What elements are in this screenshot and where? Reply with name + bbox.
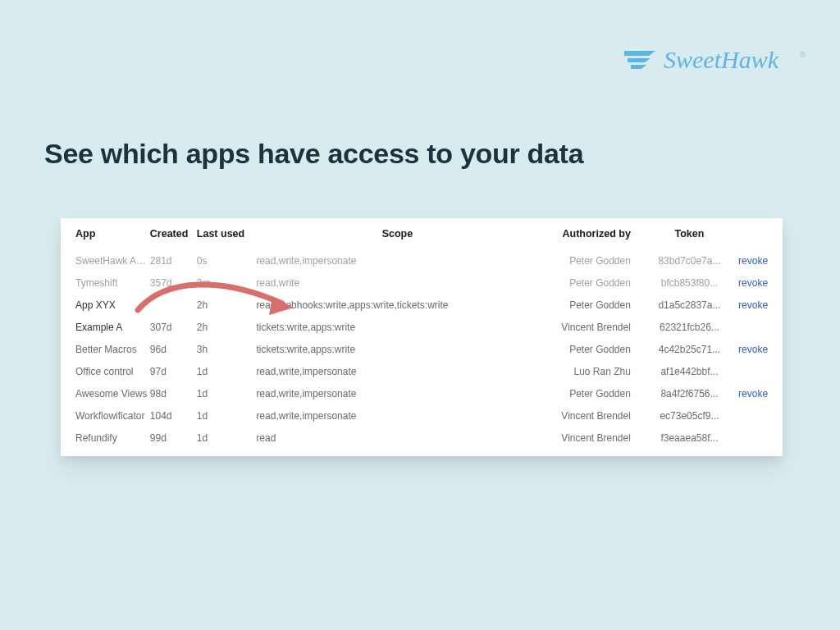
cell-authorized-by: Vincent Brendel — [538, 316, 640, 338]
cell-created: 104d — [150, 404, 197, 427]
table-header-row: App Created Last used Scope Authorized b… — [61, 218, 783, 249]
page-headline: See which apps have access to your data — [44, 138, 583, 170]
revoke-link[interactable]: revoke — [738, 344, 768, 355]
cell-last-used: 2h — [197, 294, 257, 316]
cell-token: bfcb853f80... — [641, 272, 738, 294]
cell-revoke: revoke — [738, 249, 783, 272]
cell-app: SweetHawk Apps — [61, 249, 150, 272]
cell-authorized-by: Peter Godden — [538, 382, 640, 404]
cell-token: d1a5c2837a... — [641, 294, 738, 316]
cell-revoke — [738, 360, 783, 382]
table-row: Workflowificator104d1dread,write,imperso… — [61, 404, 783, 427]
table-row: Tymeshift357d3mread,writePeter Goddenbfc… — [61, 272, 783, 294]
cell-scope: read,write,impersonate — [256, 360, 538, 382]
cell-token: 62321fcb26... — [641, 316, 738, 338]
cell-authorized-by: Peter Godden — [538, 272, 640, 294]
cell-last-used: 3m — [197, 272, 257, 294]
table-row: Office control97d1dread,write,impersonat… — [61, 360, 783, 382]
cell-scope: read,write — [256, 272, 538, 294]
cell-app: Example A — [61, 316, 150, 338]
cell-revoke — [738, 427, 783, 449]
cell-token: 83bd7c0e7a... — [641, 249, 738, 272]
cell-authorized-by: Luo Ran Zhu — [538, 360, 640, 382]
table-row: App XYX2hread,webhooks:write,apps:write,… — [61, 294, 783, 316]
cell-revoke: revoke — [738, 294, 783, 316]
cell-authorized-by: Peter Godden — [538, 338, 640, 360]
table-row: Refundify99d1dreadVincent Brendelf3eaaea… — [61, 427, 783, 449]
cell-scope: read,write,impersonate — [256, 382, 538, 404]
cell-authorized-by: Peter Godden — [538, 294, 640, 316]
th-app: App — [61, 218, 150, 249]
cell-scope: read — [256, 427, 538, 449]
cell-last-used: 1d — [197, 427, 257, 449]
cell-scope: tickets:write,apps:write — [256, 338, 538, 360]
revoke-link[interactable]: revoke — [738, 255, 768, 267]
cell-revoke: revoke — [738, 382, 783, 404]
th-scope: Scope — [256, 218, 538, 249]
cell-authorized-by: Vincent Brendel — [538, 404, 640, 427]
cell-token: af1e442bbf... — [641, 360, 738, 382]
table-row: Awesome Views98d1dread,write,impersonate… — [61, 382, 783, 404]
cell-revoke: revoke — [738, 272, 783, 294]
cell-token: f3eaaea58f... — [641, 427, 738, 449]
th-token: Token — [641, 218, 738, 249]
revoke-link[interactable]: revoke — [738, 299, 768, 311]
wing-icon — [624, 49, 660, 74]
cell-created: 357d — [150, 272, 197, 294]
cell-token: 4c42b25c71... — [641, 338, 738, 360]
cell-authorized-by: Vincent Brendel — [538, 427, 640, 449]
cell-token: 8a4f2f6756... — [641, 382, 738, 404]
cell-scope: read,webhooks:write,apps:write,tickets:w… — [256, 294, 538, 316]
svg-text:SweetHawk: SweetHawk — [664, 48, 779, 73]
cell-last-used: 2h — [197, 316, 257, 338]
th-last-used: Last used — [197, 218, 257, 249]
cell-created — [150, 294, 197, 316]
cell-app: App XYX — [61, 294, 150, 316]
cell-created: 281d — [150, 249, 197, 272]
table-row: SweetHawk Apps281d0sread,write,impersona… — [61, 249, 783, 272]
cell-revoke — [738, 316, 783, 338]
revoke-link[interactable]: revoke — [738, 388, 768, 399]
cell-scope: read,write,impersonate — [256, 404, 538, 427]
registered-mark: ® — [800, 51, 806, 59]
th-created: Created — [150, 218, 197, 249]
apps-table: App Created Last used Scope Authorized b… — [61, 218, 783, 449]
cell-app: Office control — [61, 360, 150, 382]
cell-created: 99d — [150, 427, 197, 449]
cell-created: 96d — [150, 338, 197, 360]
cell-last-used: 1d — [197, 404, 257, 427]
cell-created: 97d — [150, 360, 197, 382]
apps-access-card: App Created Last used Scope Authorized b… — [61, 218, 783, 456]
th-authorized-by: Authorized by — [538, 218, 640, 249]
cell-revoke — [738, 404, 783, 427]
cell-app: Better Macros — [61, 338, 150, 360]
cell-last-used: 0s — [197, 249, 257, 272]
cell-last-used: 1d — [197, 360, 257, 382]
brand-logo: SweetHawk ® — [624, 48, 806, 75]
cell-created: 307d — [150, 316, 197, 338]
revoke-link[interactable]: revoke — [738, 277, 768, 289]
cell-last-used: 1d — [197, 382, 257, 404]
cell-revoke: revoke — [738, 338, 783, 360]
cell-created: 98d — [150, 382, 197, 404]
cell-app: Refundify — [61, 427, 150, 449]
brand-wordmark: SweetHawk — [664, 48, 795, 75]
cell-scope: tickets:write,apps:write — [256, 316, 538, 338]
cell-authorized-by: Peter Godden — [538, 249, 640, 272]
cell-scope: read,write,impersonate — [256, 249, 538, 272]
cell-token: ec73e05cf9... — [641, 404, 738, 427]
table-row: Better Macros96d3htickets:write,apps:wri… — [61, 338, 783, 360]
table-row: Example A307d2htickets:write,apps:writeV… — [61, 316, 783, 338]
th-revoke — [738, 218, 783, 249]
cell-app: Tymeshift — [61, 272, 150, 294]
cell-app: Workflowificator — [61, 404, 150, 427]
cell-last-used: 3h — [197, 338, 257, 360]
cell-app: Awesome Views — [61, 382, 150, 404]
